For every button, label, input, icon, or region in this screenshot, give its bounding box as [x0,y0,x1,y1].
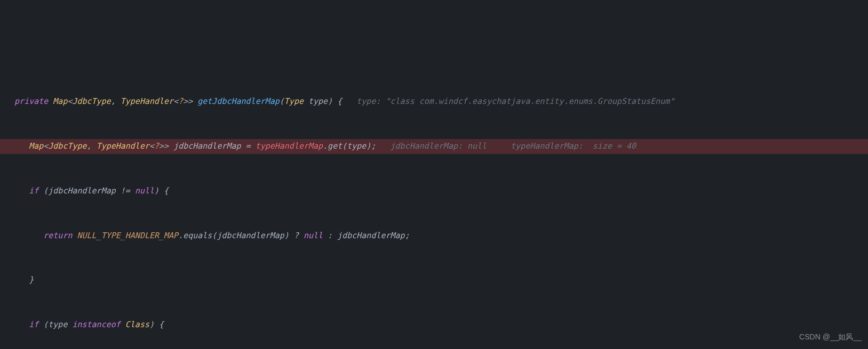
keyword: private [14,96,48,106]
code-line: return NULL_TYPE_HANDLER_MAP.equals(jdbc… [0,229,868,244]
code-line: if (type instanceof Class) { [0,318,868,332]
debug-hint-value: null [467,141,487,151]
debug-hint-value: size = 40 [588,141,636,151]
debug-hint-label: typeHandlerMap: [511,141,588,151]
code-line-highlighted: Map<JdbcType, TypeHandler<?>> jdbcHandle… [0,139,868,154]
type: TypeHandler [121,96,173,106]
code-line: } [0,273,868,288]
param: type [308,96,328,106]
debug-hint-label: type: [356,96,385,106]
debug-hint-value: "class com.windcf.easychatjava.entity.en… [386,96,675,106]
type: Type [284,96,304,106]
wildcard: ? [178,96,183,106]
type: JdbcType [72,96,110,106]
type: Map [53,96,67,106]
code-line: if (jdbcHandlerMap != null) { [0,184,868,199]
code-line: private Map<JdbcType, TypeHandler<?>> ge… [0,94,868,109]
debug-hint-label: jdbcHandlerMap: [391,141,468,151]
watermark: CSDN @__如风__ [799,330,862,345]
code-editor[interactable]: private Map<JdbcType, TypeHandler<?>> ge… [0,60,868,349]
method-name: getJdbcHandlerMap [197,96,280,106]
